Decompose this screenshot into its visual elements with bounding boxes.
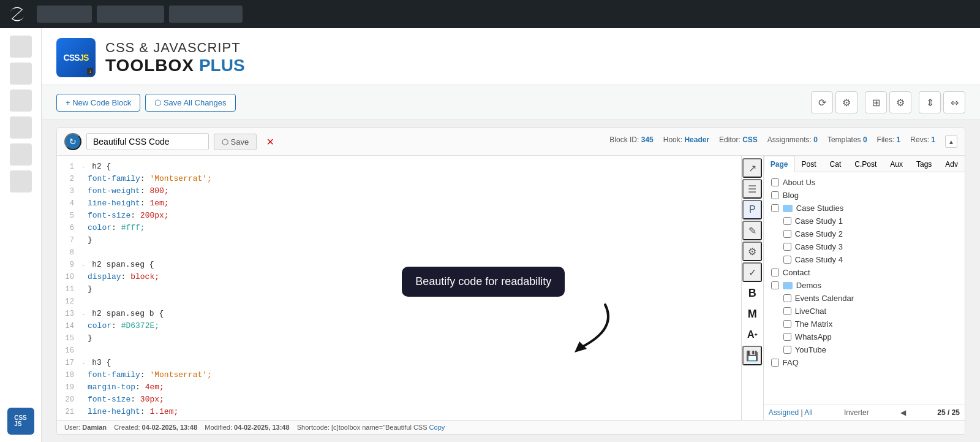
page-item: Case Studies xyxy=(769,202,960,215)
toolbar-refresh-icon[interactable]: ⟳ xyxy=(811,91,833,113)
panel-tab-aux[interactable]: Aux xyxy=(883,156,910,172)
line-number: 13 xyxy=(57,308,81,319)
panel-icon-settings[interactable]: ⚙ xyxy=(742,242,762,261)
code-line: 16 xyxy=(57,345,741,357)
sidebar-item-4[interactable] xyxy=(10,116,32,139)
page-checkbox[interactable] xyxy=(783,307,791,315)
panel-icon-list[interactable]: ☰ xyxy=(742,179,762,199)
wp-logo[interactable] xyxy=(7,4,27,24)
panel-tab-cat[interactable]: Cat xyxy=(823,156,848,172)
code-editor[interactable]: 1- h2 {2 font-family: 'Montserrat';3 fon… xyxy=(57,156,741,420)
panel-tab-page[interactable]: Page xyxy=(764,156,795,172)
line-content: line-height: 1em; xyxy=(81,197,169,210)
panel-icon-a[interactable]: A+ xyxy=(742,325,762,345)
toolbar-grid-icon[interactable]: ⊞ xyxy=(865,91,887,113)
sidebar-item-1[interactable] xyxy=(10,36,32,58)
panel-icon-m[interactable]: M xyxy=(742,304,762,324)
panel-icon-pencil[interactable]: ✎ xyxy=(742,221,762,240)
copy-link[interactable]: Copy xyxy=(429,424,445,431)
toolbar-compress-icon[interactable]: ⇔ xyxy=(943,91,965,113)
folder-icon xyxy=(783,282,793,289)
assignments-link[interactable]: 0 xyxy=(813,135,818,144)
panel-icon-save[interactable]: 💾 xyxy=(742,346,762,365)
line-content: display: block; xyxy=(81,271,159,283)
toolbar-right: ⟳ ⚙ ⊞ ⚙ ⇕ ⇔ xyxy=(811,91,965,113)
block-refresh-button[interactable]: ↻ xyxy=(64,133,81,150)
page-checkbox[interactable] xyxy=(771,269,779,276)
adminbar-item-1[interactable] xyxy=(37,6,92,23)
line-number: 19 xyxy=(57,381,81,393)
shortcode-label: Shortcode: [c]toolbox name="Beautiful CS… xyxy=(297,424,445,431)
sidebar-item-5[interactable] xyxy=(10,143,32,166)
code-line: 9- h2 span.seg { xyxy=(57,259,741,271)
block-close-button[interactable]: × xyxy=(262,133,279,150)
wp-admin-bar xyxy=(0,0,980,28)
panel-icon-export[interactable]: ↗ xyxy=(742,158,762,178)
panel-tab-post[interactable]: Post xyxy=(795,156,823,172)
panel-icon-page[interactable]: P xyxy=(742,200,762,219)
page-checkbox[interactable] xyxy=(783,333,791,341)
code-line: 11} xyxy=(57,283,741,295)
block-editor-header: ↻ ⬡ Save × Block ID: 345 Hook: Header Ed… xyxy=(57,128,965,156)
files-link[interactable]: 1 xyxy=(897,135,901,144)
collapse-indicator[interactable]: - xyxy=(81,261,89,269)
line-number: 8 xyxy=(57,246,81,258)
assigned-link[interactable]: Assigned xyxy=(769,408,799,417)
page-checkbox[interactable] xyxy=(783,294,791,302)
block-name-input[interactable] xyxy=(86,133,209,150)
code-line: 12 xyxy=(57,295,741,308)
line-number: 11 xyxy=(57,283,81,295)
page-checkbox[interactable] xyxy=(771,178,779,186)
hook-link[interactable]: Header xyxy=(684,135,709,144)
panel-tab-adv[interactable]: Adv xyxy=(938,156,965,172)
save-all-changes-button[interactable]: ⬡ Save All Changes xyxy=(145,94,235,112)
page-checkbox[interactable] xyxy=(771,281,779,289)
templates-link[interactable]: 0 xyxy=(863,135,867,144)
nav-prev[interactable]: ◀ xyxy=(900,408,906,417)
all-link[interactable]: All xyxy=(804,408,812,417)
code-line: 20 font-size: 30px; xyxy=(57,394,741,406)
collapse-indicator[interactable]: - xyxy=(81,163,89,170)
collapse-button[interactable]: ▲ xyxy=(945,135,957,148)
plugin-title-main: TOOLBOX xyxy=(105,56,194,75)
line-number: 14 xyxy=(57,320,81,332)
page-checkbox[interactable] xyxy=(783,230,791,238)
sidebar-item-3[interactable] xyxy=(10,90,32,112)
page-checkbox[interactable] xyxy=(783,320,791,328)
sidebar-item-2[interactable] xyxy=(10,63,32,85)
block-save-button[interactable]: ⬡ Save xyxy=(214,134,257,150)
adminbar-item-2[interactable] xyxy=(97,6,164,23)
panel-tab-c.post[interactable]: C.Post xyxy=(848,156,883,172)
block-id-link[interactable]: 345 xyxy=(641,135,654,144)
new-code-block-button[interactable]: + New Code Block xyxy=(56,94,140,112)
panel-tab-tags[interactable]: Tags xyxy=(910,156,938,172)
toolbar-gear-icon[interactable]: ⚙ xyxy=(889,91,911,113)
adminbar-item-3[interactable] xyxy=(169,6,243,23)
page-label: Demos xyxy=(796,281,821,290)
sidebar-plugin-icon[interactable]: CSSJS xyxy=(7,408,34,435)
editor-link[interactable]: CSS xyxy=(742,135,758,144)
plugin-title: CSS & JAVASCRIPT TOOLBOX PLUS xyxy=(105,40,245,75)
toolbar-settings-icon[interactable]: ⚙ xyxy=(835,91,858,113)
right-panel-icons: ↗ ☰ P ✎ ⚙ ✓ B M A+ 💾 xyxy=(742,156,764,420)
page-checkbox[interactable] xyxy=(771,191,779,199)
code-line: 8 xyxy=(57,246,741,259)
panel-icon-check[interactable]: ✓ xyxy=(742,262,762,282)
revs-link[interactable]: 1 xyxy=(931,135,935,144)
page-item: FAQ xyxy=(769,356,960,369)
page-checkbox[interactable] xyxy=(783,243,791,251)
line-content: - h3 { xyxy=(81,357,111,369)
collapse-indicator[interactable]: - xyxy=(81,310,89,318)
page-checkbox[interactable] xyxy=(783,346,791,354)
page-checkbox[interactable] xyxy=(771,359,779,367)
sidebar-item-6[interactable] xyxy=(10,170,32,192)
page-label: WhatsApp xyxy=(795,332,832,341)
line-content xyxy=(81,345,88,357)
collapse-indicator[interactable]: - xyxy=(81,359,89,367)
page-checkbox[interactable] xyxy=(783,217,791,225)
panel-icon-b[interactable]: B xyxy=(742,283,762,303)
page-checkbox[interactable] xyxy=(771,204,779,212)
hook-label: Hook: Header xyxy=(663,135,709,148)
page-checkbox[interactable] xyxy=(783,256,791,264)
toolbar-expand-icon[interactable]: ⇕ xyxy=(919,91,941,113)
